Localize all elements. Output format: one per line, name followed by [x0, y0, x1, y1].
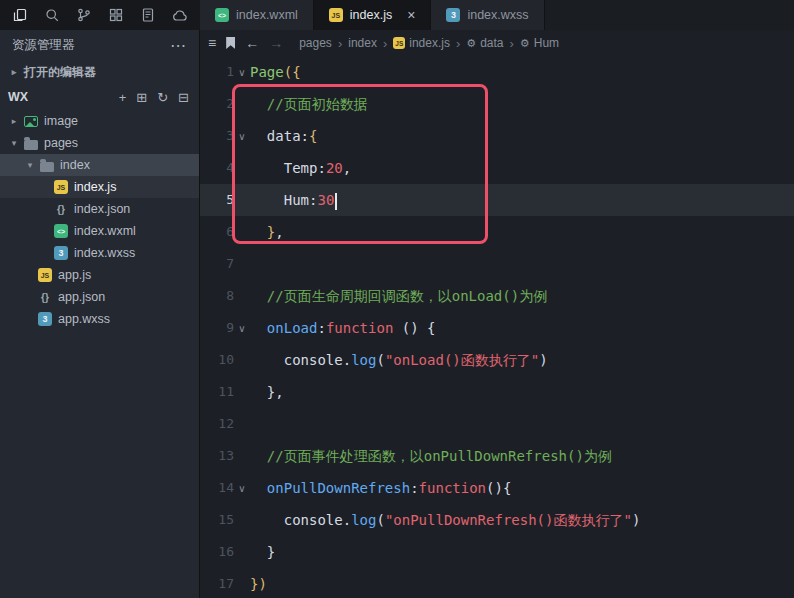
breadcrumb-item-Hum[interactable]: ⚙Hum [520, 36, 559, 50]
code-line-8[interactable]: 8 //页面生命周期回调函数，以onLoad()为例 [200, 280, 794, 312]
breadcrumb-item-pages[interactable]: pages [299, 36, 332, 50]
code-line-13[interactable]: 13 //页面事件处理函数，以onPullDownRefresh()为例 [200, 440, 794, 472]
breadcrumb-label: pages [299, 36, 332, 50]
code-line-14[interactable]: 14∨ onPullDownRefresh:function(){ [200, 472, 794, 504]
code-line-7[interactable]: 7 [200, 248, 794, 280]
fold-chevron-icon[interactable]: ∨ [234, 131, 250, 142]
token: ({ [284, 64, 301, 80]
tree-item-app.js[interactable]: JSapp.js [0, 264, 199, 286]
tree-item-label: index.js [74, 180, 116, 194]
breadcrumb-item-index.js[interactable]: JSindex.js [393, 36, 450, 50]
fold-chevron-icon[interactable]: ∨ [234, 67, 250, 78]
fold-chevron-icon[interactable]: ∨ [234, 323, 250, 334]
wxss-file-icon: 3 [446, 8, 460, 22]
code-text: //页面事件处理函数，以onPullDownRefresh()为例 [250, 440, 612, 472]
fold-chevron-icon[interactable]: ∨ [234, 483, 250, 494]
tree-item-app.wxss[interactable]: 3app.wxss [0, 308, 199, 330]
tree-item-index.wxml[interactable]: <>index.wxml [0, 220, 199, 242]
indent [250, 128, 267, 144]
new-folder-icon[interactable]: ⊞ [136, 90, 147, 105]
indent [250, 384, 267, 400]
tree-item-index.wxss[interactable]: 3index.wxss [0, 242, 199, 264]
tab-index.wxss[interactable]: 3index.wxss [431, 0, 544, 30]
token: ) [539, 352, 547, 368]
token: 20 [326, 160, 343, 176]
line-number: 15 [200, 504, 234, 536]
code-area[interactable]: 1∨Page({2 //页面初始数据3∨ data:{4 Temp:20,5 H… [200, 56, 794, 598]
tree-item-label: app.json [58, 290, 105, 304]
main-area: 资源管理器 ⋯ ▸ 打开的编辑器 WX +⊞↻⊟ ▸image▾pages▾in… [0, 30, 794, 598]
code-line-9[interactable]: 9∨ onLoad:function () { [200, 312, 794, 344]
tab-label: index.wxml [236, 8, 298, 22]
collapse-all-icon[interactable]: ⊟ [178, 90, 189, 105]
token: , [343, 160, 351, 176]
code-text: console.log("onLoad()函数执行了") [250, 344, 548, 376]
bookmark-icon[interactable] [226, 37, 235, 49]
breadcrumb-label: Hum [534, 36, 559, 50]
json-file-icon: {} [38, 290, 52, 304]
code-line-1[interactable]: 1∨Page({ [200, 56, 794, 88]
indent [250, 544, 267, 560]
breadcrumb-items: pages›index›JSindex.js›⚙data›⚙Hum [299, 36, 559, 51]
menu-icon[interactable]: ≡ [208, 35, 216, 51]
project-section-header[interactable]: WX +⊞↻⊟ [0, 84, 199, 110]
close-icon[interactable]: × [407, 8, 415, 22]
tab-bar: <>index.wxmlJSindex.js×3index.wxss [200, 0, 794, 30]
breadcrumb-item-data[interactable]: ⚙data [466, 36, 503, 50]
tab-index.wxml[interactable]: <>index.wxml [200, 0, 314, 30]
report-icon[interactable] [132, 0, 164, 30]
tree-item-pages[interactable]: ▾pages [0, 132, 199, 154]
text-cursor [335, 193, 337, 210]
search-icon[interactable] [36, 0, 68, 30]
cloud-icon[interactable] [164, 0, 196, 30]
js-file-icon: JS [38, 268, 52, 282]
tree-item-index[interactable]: ▾index [0, 154, 199, 176]
extensions-icon[interactable] [100, 0, 132, 30]
new-file-icon[interactable]: + [119, 90, 127, 105]
token: //页面事件处理函数，以onPullDownRefresh()为例 [267, 448, 612, 464]
breadcrumb-separator-icon: › [510, 36, 514, 51]
ide-window: <>index.wxmlJSindex.js×3index.wxss 资源管理器… [0, 0, 794, 598]
code-line-5[interactable]: 5 Hum:30 [200, 184, 794, 216]
token: "onLoad()函数执行了" [385, 352, 539, 368]
git-branch-icon[interactable] [68, 0, 100, 30]
code-line-16[interactable]: 16 } [200, 536, 794, 568]
back-arrow-icon[interactable]: ← [245, 35, 259, 51]
code-line-10[interactable]: 10 console.log("onLoad()函数执行了") [200, 344, 794, 376]
chevron-down-icon: ▾ [8, 138, 20, 148]
tree-item-index.json[interactable]: {}index.json [0, 198, 199, 220]
project-name: WX [8, 90, 28, 104]
open-editors-section[interactable]: ▸ 打开的编辑器 [0, 60, 199, 84]
forward-arrow-icon[interactable]: → [269, 35, 283, 51]
folder-file-icon [40, 162, 54, 172]
json-file-icon: {} [54, 202, 68, 216]
code-line-11[interactable]: 11 }, [200, 376, 794, 408]
tree-item-app.json[interactable]: {}app.json [0, 286, 199, 308]
refresh-icon[interactable]: ↻ [157, 90, 168, 105]
breadcrumb-label: index [348, 36, 377, 50]
code-line-2[interactable]: 2 //页面初始数据 [200, 88, 794, 120]
code-line-15[interactable]: 15 console.log("onPullDownRefresh()函数执行了… [200, 504, 794, 536]
breadcrumb-item-index[interactable]: index [348, 36, 377, 50]
line-number: 3 [200, 120, 234, 152]
token: ( [376, 512, 384, 528]
code-line-6[interactable]: 6 }, [200, 216, 794, 248]
line-number: 10 [200, 344, 234, 376]
open-editors-label: 打开的编辑器 [24, 64, 96, 81]
tree-item-label: index.wxml [74, 224, 136, 238]
code-line-12[interactable]: 12 [200, 408, 794, 440]
code-line-17[interactable]: 17}) [200, 568, 794, 598]
indent [250, 160, 284, 176]
line-number: 9 [200, 312, 234, 344]
code-line-4[interactable]: 4 Temp:20, [200, 152, 794, 184]
tree-item-index.js[interactable]: JSindex.js [0, 176, 199, 198]
token: (){ [486, 480, 511, 496]
copy-icon[interactable] [4, 0, 36, 30]
more-actions-icon[interactable]: ⋯ [170, 36, 187, 55]
code-line-3[interactable]: 3∨ data:{ [200, 120, 794, 152]
tree-item-image[interactable]: ▸image [0, 110, 199, 132]
line-number: 4 [200, 152, 234, 184]
token: : [317, 160, 325, 176]
tab-index.js[interactable]: JSindex.js× [314, 0, 432, 30]
token: function [326, 320, 393, 336]
